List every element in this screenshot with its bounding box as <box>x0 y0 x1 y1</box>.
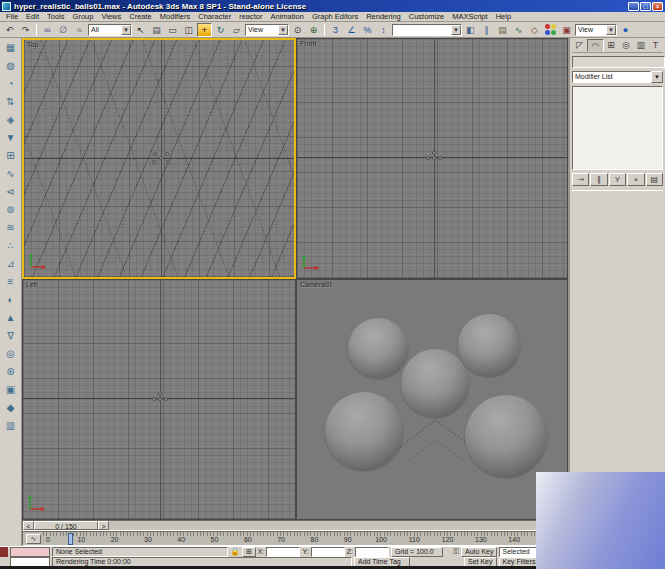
named-selection-sets-dropdown[interactable]: ▼ <box>392 24 462 36</box>
z-coordinate-field[interactable] <box>355 547 389 557</box>
viewport-camera01[interactable]: Camera01 <box>296 279 568 520</box>
select-object-icon[interactable]: ↖ <box>133 23 148 37</box>
time-slider-handle[interactable]: 0 / 150 <box>34 521 98 530</box>
configure-modifier-sets-button[interactable]: ▤ <box>646 173 663 186</box>
menu-character[interactable]: Character <box>194 12 235 22</box>
viewport-top[interactable]: Top <box>22 38 296 279</box>
menu-file[interactable]: File <box>2 12 22 22</box>
quick-render-icon[interactable]: ● <box>618 23 633 37</box>
reactor-toolbar-icon-16[interactable]: ▲ <box>3 310 19 325</box>
viewport-top-label[interactable]: Top <box>27 41 38 48</box>
reactor-toolbar-icon-14[interactable]: ≡ <box>3 274 19 289</box>
reactor-toolbar-icon-22[interactable]: ▥ <box>3 418 19 433</box>
reactor-toolbar-icon-04[interactable]: ⇅ <box>3 94 19 109</box>
next-frame-button[interactable]: > <box>98 521 109 530</box>
sphere-object-5[interactable] <box>465 395 547 477</box>
scene-object-wireframe[interactable] <box>152 397 156 401</box>
select-by-name-icon[interactable]: ▤ <box>149 23 164 37</box>
modify-tab[interactable]: ◠ <box>587 39 604 52</box>
viewport-left-label[interactable]: Left <box>26 281 38 288</box>
viewport-front-label[interactable]: Front <box>300 40 316 47</box>
window-crossing-toggle-icon[interactable]: ◫ <box>181 23 196 37</box>
chevron-down-icon[interactable]: ▼ <box>606 25 616 35</box>
select-and-rotate-icon[interactable]: ↻ <box>213 23 228 37</box>
undo-icon[interactable]: ↶ <box>2 23 17 37</box>
scene-object-wireframe[interactable] <box>158 392 162 396</box>
chevron-down-icon[interactable]: ▼ <box>451 25 461 35</box>
remove-modifier-button[interactable]: × <box>627 173 644 186</box>
modifier-list-value[interactable]: Modifier List <box>572 71 651 83</box>
reactor-toolbar-icon-18[interactable]: ◎ <box>3 346 19 361</box>
display-tab[interactable]: ▥ <box>633 39 648 52</box>
create-tab[interactable]: ◸ <box>572 39 587 52</box>
auto-key-button[interactable]: Auto Key <box>461 547 497 557</box>
menu-rendering[interactable]: Rendering <box>362 12 405 22</box>
scene-object-wireframe[interactable] <box>164 397 168 401</box>
rectangular-selection-region-icon[interactable]: ▭ <box>165 23 180 37</box>
mini-curve-editor-button[interactable]: ∿ <box>26 534 41 544</box>
reactor-toolbar-icon-03[interactable]: ◔ <box>3 76 19 91</box>
reactor-toolbar-icon-07[interactable]: ⊞ <box>3 148 19 163</box>
modifier-stack-list[interactable] <box>572 86 663 170</box>
track-bar[interactable]: ∿ 0102030405060708090100110120130140 <box>22 531 568 546</box>
scene-object-wireframe[interactable] <box>152 160 156 164</box>
menu-modifiers[interactable]: Modifiers <box>156 12 194 22</box>
time-slider-track[interactable] <box>109 521 567 530</box>
sphere-object-2[interactable] <box>458 314 520 376</box>
menu-customize[interactable]: Customize <box>405 12 448 22</box>
angle-snap-toggle-icon[interactable]: ∠ <box>344 23 359 37</box>
object-name-field[interactable] <box>572 56 665 68</box>
select-and-scale-icon[interactable]: ▱ <box>229 23 244 37</box>
scene-object-wireframe[interactable] <box>426 156 430 160</box>
mirror-icon[interactable]: ◧ <box>463 23 478 37</box>
menu-graph-editors[interactable]: Graph Editors <box>308 12 362 22</box>
reactor-toolbar-icon-10[interactable]: ⊚ <box>3 202 19 217</box>
bind-to-space-warp-icon[interactable]: ≈ <box>72 23 87 37</box>
percent-snap-toggle-icon[interactable]: % <box>360 23 375 37</box>
reactor-toolbar-icon-19[interactable]: ⊛ <box>3 364 19 379</box>
macro-recorder-pane[interactable] <box>10 547 50 557</box>
reactor-toolbar-icon-11[interactable]: ≋ <box>3 220 19 235</box>
render-scene-dialog-icon[interactable]: ▣ <box>559 23 574 37</box>
menu-edit[interactable]: Edit <box>22 12 43 22</box>
x-coordinate-field[interactable] <box>266 547 300 557</box>
layer-manager-icon[interactable]: ▤ <box>495 23 510 37</box>
reactor-toolbar-icon-06[interactable]: ▼ <box>3 130 19 145</box>
absolute-offset-toggle[interactable]: ⊞ <box>242 547 256 557</box>
reactor-toolbar-icon-02[interactable]: ◍ <box>3 58 19 73</box>
previous-frame-button[interactable]: < <box>23 521 34 530</box>
scene-object-wireframe[interactable] <box>159 156 163 160</box>
scene-object-wireframe[interactable] <box>438 156 442 160</box>
spinner-snap-toggle-icon[interactable]: ↕ <box>376 23 391 37</box>
reactor-toolbar-icon-21[interactable]: ◆ <box>3 400 19 415</box>
reference-coordinate-system-dropdown[interactable]: View▼ <box>245 24 289 36</box>
time-slider[interactable]: < 0 / 150 > <box>22 520 568 531</box>
menu-animation[interactable]: Animation <box>267 12 308 22</box>
menu-maxscript[interactable]: MAXScript <box>448 12 491 22</box>
reactor-toolbar-icon-05[interactable]: ◈ <box>3 112 19 127</box>
current-frame-marker[interactable] <box>68 533 73 545</box>
reactor-toolbar-icon-12[interactable]: ∴ <box>3 238 19 253</box>
select-and-link-icon[interactable]: ∞ <box>40 23 55 37</box>
schematic-view-icon[interactable]: ◇ <box>527 23 542 37</box>
close-button[interactable]: × <box>652 2 663 11</box>
modifier-list-dropdown[interactable]: Modifier List ▼ <box>572 71 663 83</box>
select-and-move-icon[interactable]: + <box>197 23 212 37</box>
y-coordinate-field[interactable] <box>311 547 345 557</box>
reactor-toolbar-icon-20[interactable]: ▣ <box>3 382 19 397</box>
sphere-object-4[interactable] <box>325 392 403 470</box>
viewport-front[interactable]: Front <box>296 38 568 279</box>
make-unique-button[interactable]: Y <box>609 173 626 186</box>
pin-stack-button[interactable]: ⊸ <box>572 173 589 186</box>
reactor-toolbar-icon-17[interactable]: ∇ <box>3 328 19 343</box>
select-and-manipulate-icon[interactable]: ⊕ <box>306 23 321 37</box>
reactor-toolbar-icon-13[interactable]: ⊿ <box>3 256 19 271</box>
redo-icon[interactable]: ↷ <box>18 23 33 37</box>
scene-object-wireframe[interactable] <box>166 160 170 164</box>
chevron-down-icon[interactable]: ▼ <box>278 25 288 35</box>
reactor-toolbar-icon-01[interactable]: ▦ <box>3 40 19 55</box>
viewport-left[interactable]: Left <box>22 279 296 520</box>
reactor-toolbar-icon-08[interactable]: ∿ <box>3 166 19 181</box>
motion-tab[interactable]: ◎ <box>618 39 633 52</box>
material-editor-icon[interactable] <box>543 23 558 37</box>
